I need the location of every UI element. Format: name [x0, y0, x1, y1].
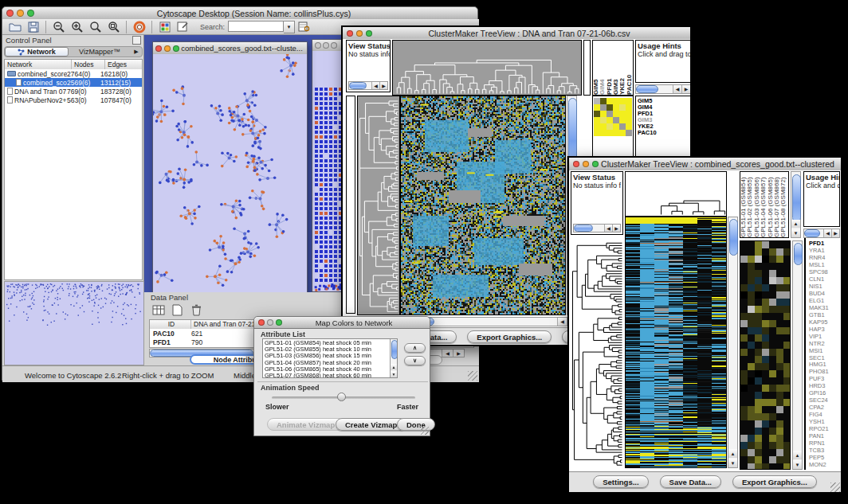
gene-label[interactable]: YRA1	[807, 248, 841, 254]
scroll-down-arrow[interactable]: ▼	[728, 459, 737, 467]
zoom-button[interactable]	[366, 30, 372, 37]
gene-label[interactable]: HAP3	[807, 326, 841, 333]
network-list-row[interactable]: RNAPuberNov2+... 563(0) 107847(0)	[5, 96, 142, 104]
scrollbar-thumb[interactable]	[792, 174, 801, 222]
scrollbar-thumb[interactable]	[349, 82, 367, 89]
tab-network[interactable]: Network	[5, 47, 69, 57]
scroll-up-arrow[interactable]: ▲	[793, 451, 802, 459]
gene-label[interactable]: PHO81	[807, 369, 841, 375]
scroll-right-arrow[interactable]: ▶	[612, 225, 620, 232]
speed-slider-thumb[interactable]	[337, 393, 346, 401]
scroll-up-arrow[interactable]: ▲	[728, 449, 737, 458]
search-input[interactable]	[228, 21, 284, 32]
treeview1-action-button[interactable]: Export Graphics...	[467, 330, 552, 343]
heatmap-canvas[interactable]	[625, 217, 727, 468]
gene-label[interactable]: SEC24	[807, 397, 841, 404]
scroll-left-arrow[interactable]: ◀	[442, 350, 453, 357]
zoom-button[interactable]	[331, 42, 337, 49]
network-list-row[interactable]: combined_sco... 2569(6) 13112(15)	[5, 78, 142, 87]
scroll-right-arrow[interactable]: ▶	[681, 85, 690, 93]
row-label[interactable]: PAC10	[636, 130, 690, 136]
column-label[interactable]: PFD1	[607, 41, 613, 95]
gene-label[interactable]: PEP5	[807, 455, 841, 461]
scroll-up-arrow[interactable]: ▲	[791, 220, 800, 228]
gene-label[interactable]: SEC1	[807, 355, 841, 361]
close-button[interactable]	[573, 161, 579, 167]
scroll-left-arrow[interactable]: ◀	[673, 85, 681, 93]
heatmap-canvas[interactable]	[400, 96, 566, 315]
gene-label[interactable]: FIG4	[807, 412, 841, 418]
gene-label[interactable]: KAP95	[807, 319, 841, 326]
col-edges[interactable]: Edges	[105, 60, 142, 69]
row-tree-scroll-strip[interactable]	[346, 96, 355, 314]
column-dendrogram-canvas[interactable]	[392, 40, 582, 96]
scroll-left-arrow[interactable]: ◀	[823, 229, 831, 237]
scrollbar-thumb[interactable]	[636, 85, 658, 93]
minimize-button[interactable]	[323, 42, 329, 49]
minimize-button[interactable]	[164, 45, 171, 52]
attribute-item[interactable]: GPL51-07 (GSM868) heat shock 60 min	[265, 373, 395, 378]
close-button[interactable]	[258, 319, 265, 326]
close-button[interactable]	[315, 42, 321, 49]
scroll-left-arrow[interactable]: ◀	[371, 82, 379, 89]
column-label[interactable]: PAC10	[626, 41, 633, 95]
gene-label[interactable]: MSL1	[807, 262, 841, 268]
column-dendrogram-canvas[interactable]	[625, 171, 727, 217]
scroll-down-arrow[interactable]: ▼	[791, 229, 800, 237]
scroll-left-arrow[interactable]: ◀	[604, 225, 612, 232]
row-dendrogram-canvas[interactable]	[571, 238, 623, 468]
gene-label[interactable]: MSI1	[807, 348, 841, 354]
create-vizmap-button[interactable]: Create Vizmap	[336, 418, 406, 431]
column-label[interactable]: GPL51-04 (GSM857)	[760, 172, 767, 237]
move-up-button[interactable]: ∧	[404, 343, 426, 353]
gene-label[interactable]: VIP1	[807, 334, 841, 340]
close-button[interactable]	[155, 45, 162, 52]
dendrogram-scroll-strip[interactable]	[583, 40, 591, 96]
gene-label[interactable]: TCB3	[807, 447, 841, 454]
scrollbar-thumb[interactable]	[574, 225, 593, 232]
save-session-icon[interactable]	[24, 19, 42, 34]
treeview1-titlebar[interactable]: ClusterMaker TreeView : DNA and Tran 07-…	[343, 27, 690, 40]
column-label[interactable]: GPL51-02 (GSM855)	[747, 172, 753, 237]
annotation-icon[interactable]	[174, 19, 192, 34]
gene-label[interactable]: CLN1	[807, 276, 841, 283]
resize-grip[interactable]	[420, 426, 429, 435]
network-list-row[interactable]: combined_scores 2764(0) 16218(0)	[5, 69, 142, 78]
zoom-selected-icon[interactable]	[86, 19, 104, 34]
treeview2-action-button[interactable]: Save Data...	[660, 475, 721, 488]
float-panel-icon[interactable]	[132, 36, 141, 45]
zoom-button[interactable]	[276, 319, 282, 326]
close-button[interactable]	[347, 30, 353, 37]
help-lifering-icon[interactable]	[130, 19, 148, 34]
gene-label[interactable]: GTB1	[807, 312, 841, 318]
network-view-canvas[interactable]	[153, 54, 307, 292]
attribute-table-icon[interactable]	[149, 303, 167, 318]
id-column-header[interactable]: ID	[150, 320, 191, 329]
animate-vizmap-button[interactable]: Animate Vizmap	[267, 418, 344, 431]
col-nodes[interactable]: Nodes	[72, 60, 105, 69]
scroll-right-arrow[interactable]: ▶	[453, 350, 464, 357]
column-label[interactable]: GIM4	[599, 41, 606, 95]
scrollbar-thumb[interactable]	[804, 229, 820, 237]
gene-label[interactable]: PAN1	[807, 433, 841, 440]
gene-label[interactable]: RNR4	[807, 255, 841, 261]
scroll-up-arrow[interactable]: ▲	[391, 364, 397, 370]
dialog-titlebar[interactable]: Map Colors to Network	[254, 317, 430, 329]
close-button[interactable]	[6, 10, 14, 17]
treeview2-action-button[interactable]: Export Graphics...	[732, 475, 817, 488]
zoom-button[interactable]	[27, 10, 34, 17]
gene-label[interactable]: HMG1	[807, 361, 841, 368]
gene-label[interactable]: BUD4	[807, 291, 841, 297]
scrollbar-thumb[interactable]	[391, 340, 398, 359]
minimize-button[interactable]	[267, 319, 273, 326]
gene-label[interactable]: HRD3	[807, 383, 841, 389]
column-label[interactable]: YKE2	[619, 41, 626, 95]
network-list-row[interactable]: DNA and Tran 07... 769(0) 183728(0)	[5, 87, 142, 96]
scroll-right-arrow[interactable]: ▶	[379, 82, 387, 89]
zoom-heatmap-canvas[interactable]	[740, 240, 791, 470]
gene-label[interactable]: RPN1	[807, 440, 841, 447]
gene-label[interactable]: SPC98	[807, 269, 841, 275]
resize-grip[interactable]	[468, 371, 477, 381]
scroll-left-arrow[interactable]: ◀	[557, 318, 567, 326]
gene-label[interactable]: CPA2	[807, 404, 841, 411]
